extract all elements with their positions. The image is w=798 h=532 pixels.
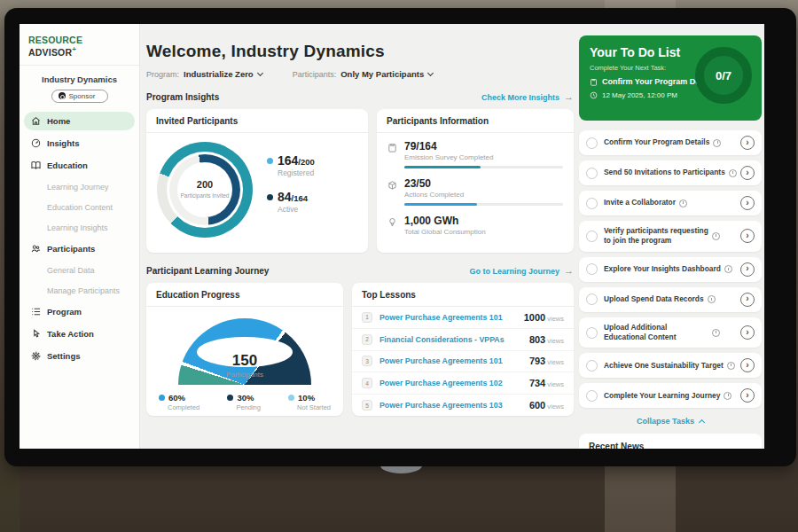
participants-filter-label: Participants:	[293, 70, 337, 79]
sidebar-item-participants[interactable]: Participants	[24, 239, 135, 258]
chevron-right-icon[interactable]: ›	[740, 166, 755, 180]
lesson-row-3[interactable]: 3 Power Purchase Agreements 101 793views	[352, 351, 574, 373]
todo-progress-value: 0/7	[716, 69, 732, 82]
sidebar-item-learning-insights[interactable]: Learning Insights	[24, 219, 135, 237]
sidebar-item-education-content[interactable]: Education Content	[24, 199, 135, 216]
sidebar-item-program[interactable]: Program	[24, 302, 135, 321]
lesson-row-5[interactable]: 5 Power Purchase Agreements 103 600views	[352, 395, 574, 416]
chevron-right-icon[interactable]: ›	[740, 229, 755, 243]
lesson-row-2[interactable]: 2 Financial Considerations - VPPAs 803vi…	[352, 329, 574, 351]
gauge-center: 150 Participants	[178, 352, 311, 379]
task-item-6[interactable]: Upload Spend Data Records ›	[579, 287, 762, 312]
registered-label: Registered	[278, 168, 315, 177]
main-content: Welcome, Industry Dynamics Program: Indu…	[146, 24, 574, 449]
checkbox[interactable]	[586, 231, 598, 242]
checkbox[interactable]	[586, 390, 598, 402]
lesson-link[interactable]: Power Purchase Agreements 101	[379, 313, 517, 322]
box-icon	[387, 180, 397, 190]
checkbox[interactable]	[586, 360, 598, 372]
checkbox[interactable]	[586, 168, 598, 179]
legend-active: 84/164 Active	[267, 190, 315, 214]
chevron-right-icon[interactable]: ›	[740, 136, 755, 150]
checkbox[interactable]	[586, 293, 598, 305]
check-more-insights-link[interactable]: Check More Insights →	[481, 92, 574, 102]
sponsor-badge[interactable]: Sponsor	[51, 90, 108, 103]
checkbox[interactable]	[586, 198, 598, 209]
sidebar-item-take-action[interactable]: Take Action	[24, 325, 135, 343]
program-filter[interactable]: Program: Industrialize Zero	[146, 69, 262, 79]
collapse-tasks-link[interactable]: Collapse Tasks	[579, 417, 762, 426]
lesson-link[interactable]: Power Purchase Agreements 101	[379, 356, 522, 365]
chevron-down-icon	[257, 69, 263, 75]
recent-news-card: Recent News	[579, 434, 762, 449]
chevron-right-icon[interactable]: ›	[740, 358, 755, 372]
sponsor-icon	[59, 92, 66, 99]
task-item-4[interactable]: Verify participants requesting to join t…	[579, 221, 762, 252]
lesson-link[interactable]: Financial Considerations - VPPAs	[379, 335, 522, 344]
sidebar-item-general-data[interactable]: General Data	[24, 262, 135, 279]
views-word: views	[547, 403, 564, 411]
checkbox[interactable]	[586, 327, 598, 339]
not-started-label: Not Started	[297, 403, 331, 411]
task-label: Send 50 Invitations to Participants	[604, 168, 725, 177]
chevron-right-icon[interactable]: ›	[740, 325, 755, 340]
views-count: 793	[529, 356, 545, 366]
task-label: Upload Additional Educational Content	[604, 323, 708, 343]
task-item-9[interactable]: Complete Your Learning Journey ›	[579, 383, 762, 408]
logo-resource: RESOURCE	[28, 35, 82, 45]
info-progress-fill	[404, 166, 481, 168]
gear-icon	[31, 351, 41, 361]
active-value: 84	[278, 190, 292, 204]
sidebar-item-insights[interactable]: Insights	[24, 134, 135, 153]
section-title: Participant Learning Journey	[146, 266, 269, 276]
sidebar-item-home[interactable]: Home	[24, 112, 135, 130]
task-label: Confirm Your Program Details	[604, 137, 709, 147]
chevron-right-icon[interactable]: ›	[740, 196, 755, 210]
task-item-7[interactable]: Upload Additional Educational Content ›	[579, 317, 762, 348]
clock-icon	[712, 232, 720, 240]
sidebar-item-label: Take Action	[47, 329, 94, 339]
sidebar-item-manage-participants[interactable]: Manage Participants	[24, 282, 135, 300]
checkbox[interactable]	[586, 137, 598, 149]
arrow-right-icon: →	[564, 92, 574, 102]
sidebar-item-education[interactable]: Education	[24, 156, 135, 175]
legend-not-started: 10% Not Started	[288, 393, 331, 411]
task-item-2[interactable]: Send 50 Invitations to Participants ›	[579, 160, 762, 185]
todo-progress-ring: 0/7	[695, 47, 752, 104]
sidebar-item-label: Education	[47, 160, 88, 170]
active-total: /164	[292, 193, 309, 203]
registered-dot-icon	[267, 158, 273, 164]
lesson-row-1[interactable]: 1 Power Purchase Agreements 101 1000view…	[352, 307, 574, 329]
rank-badge: 2	[362, 334, 372, 345]
chevron-right-icon[interactable]: ›	[740, 262, 755, 277]
views-count: 600	[529, 400, 545, 411]
collapse-label: Collapse Tasks	[637, 417, 694, 426]
sidebar-item-settings[interactable]: Settings	[24, 347, 135, 365]
insights-icon	[31, 138, 41, 148]
task-item-5[interactable]: Explore Your Insights Dashboard ›	[579, 257, 762, 282]
lesson-link[interactable]: Power Purchase Agreements 103	[379, 401, 522, 410]
learning-journey-header: Participant Learning Journey Go to Learn…	[146, 266, 574, 276]
sidebar-nav: Home Insights Education Learning Journey…	[20, 112, 139, 365]
pending-dot-icon	[227, 395, 233, 401]
dashboard-screen: RESOURCE ADVISOR+ Industry Dynamics Spon…	[20, 24, 764, 449]
chevron-right-icon[interactable]: ›	[740, 293, 755, 307]
checkbox[interactable]	[586, 263, 598, 275]
sidebar-item-learning-journey[interactable]: Learning Journey	[24, 178, 135, 196]
participants-filter-value: Only My Participants	[340, 69, 424, 79]
consumption-label: Total Global Consumption	[404, 228, 563, 236]
clipboard-icon	[590, 78, 598, 86]
task-item-3[interactable]: Invite a Collaborator ›	[579, 191, 762, 215]
task-item-8[interactable]: Achieve One Sustainability Target ›	[579, 353, 762, 378]
actions-progress-track	[404, 203, 563, 206]
rank-badge: 1	[362, 312, 372, 323]
lesson-row-4[interactable]: 4 Power Purchase Agreements 102 734views	[352, 372, 574, 395]
lesson-link[interactable]: Power Purchase Agreements 102	[379, 379, 522, 387]
go-to-learning-journey-link[interactable]: Go to Learning Journey →	[469, 266, 574, 276]
participants-filter[interactable]: Participants: Only My Participants	[293, 69, 434, 79]
chevron-right-icon[interactable]: ›	[740, 388, 755, 403]
info-row-consumption: 1,000 GWh Total Global Consumption	[377, 207, 574, 238]
task-item-1[interactable]: Confirm Your Program Details ›	[579, 130, 762, 155]
task-list: Confirm Your Program Details › Send 50 I…	[579, 130, 762, 408]
link-label: Go to Learning Journey	[469, 267, 559, 276]
